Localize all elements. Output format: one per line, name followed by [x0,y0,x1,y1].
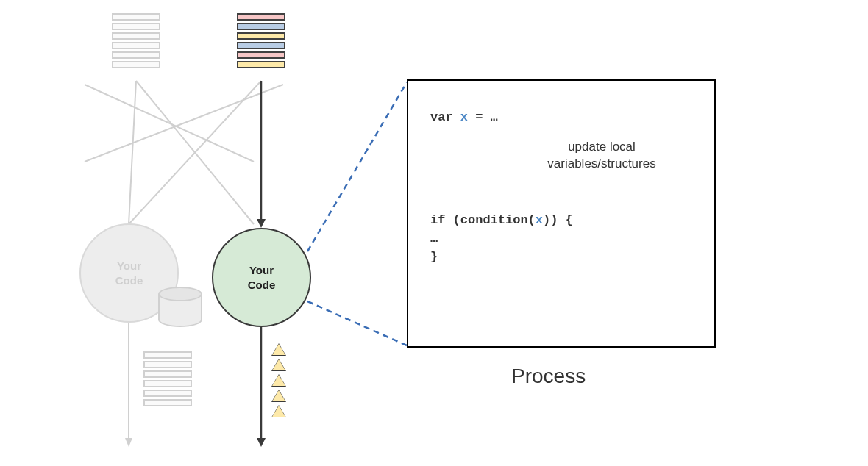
var-x: x [460,110,468,124]
svg-line-2 [129,81,261,224]
code-line-2: if (condition(x)) { [430,213,692,227]
svg-line-4 [85,85,283,162]
stack-faded-bottomleft [143,351,192,406]
triangle-icon [272,375,285,386]
code-line-3: … [430,232,692,245]
triangle-icon [272,390,285,401]
code-line-4: } [430,250,692,264]
triangle-icon [272,344,285,355]
triangle-stack [272,344,285,417]
svg-line-11 [307,82,407,251]
svg-marker-10 [257,438,266,447]
circle-active: Your Code [212,228,311,327]
cylinder-icon [158,287,202,327]
circle-faded-label: Your Code [115,259,143,287]
code-line-1: var x = … [430,110,692,124]
svg-line-3 [85,85,254,162]
code-annotation: update local variables/structures [511,139,692,173]
svg-line-1 [136,81,254,224]
svg-line-0 [129,81,136,224]
code-box: var x = … update local variables/structu… [407,79,716,348]
svg-marker-8 [257,219,266,228]
process-label: Process [511,365,586,388]
var-x: x [536,213,543,227]
svg-line-12 [307,301,407,345]
triangle-icon [272,359,285,370]
svg-marker-6 [125,438,132,447]
stack-faded-topleft [112,13,160,68]
stack-colored-top [237,13,285,68]
triangle-icon [272,406,285,417]
circle-active-label: Your Code [248,263,276,292]
